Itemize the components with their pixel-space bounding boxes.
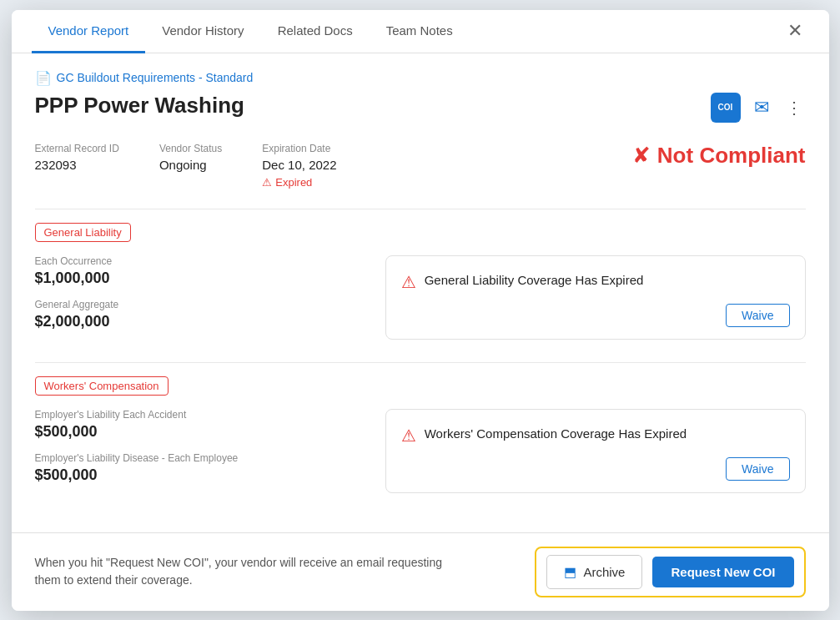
employer-liability-accident-amount: $500,000	[35, 423, 98, 440]
external-record-id-label: External Record ID	[35, 143, 119, 154]
workers-comp-alert-footer: Waive	[401, 457, 790, 481]
x-circle-icon: ✘	[632, 143, 651, 169]
employer-liability-accident-field: Employer's Liability Each Accident $500,…	[35, 409, 359, 441]
vendor-status-value: Ongoing	[159, 158, 207, 172]
employer-liability-disease-field: Employer's Liability Disease - Each Empl…	[35, 452, 359, 484]
meta-row: External Record ID 232093 Vendor Status …	[35, 143, 806, 189]
workers-compensation-section: Workers' Compensation Employer's Liabili…	[35, 376, 806, 496]
expired-label: Expired	[275, 176, 312, 189]
footer-bar: When you hit "Request New COI", your ven…	[12, 532, 829, 611]
workers-compensation-content: Employer's Liability Each Accident $500,…	[35, 409, 806, 496]
more-options-button[interactable]: ⋮	[782, 94, 806, 121]
general-liability-coverage: Each Occurrence $1,000,000 General Aggre…	[35, 255, 359, 342]
tab-team-notes[interactable]: Team Notes	[370, 10, 470, 53]
employer-liability-accident-label: Employer's Liability Each Accident	[35, 409, 359, 421]
workers-compensation-coverage: Employer's Liability Each Accident $500,…	[35, 409, 359, 496]
general-liability-section: General Liability Each Occurrence $1,000…	[35, 223, 806, 342]
mail-button[interactable]: ✉	[751, 93, 772, 122]
each-occurrence-amount: $1,000,000	[35, 270, 110, 286]
general-liability-alert-footer: Waive	[401, 304, 790, 327]
general-aggregate-label: General Aggregate	[35, 299, 359, 310]
breadcrumb: 📄 GC Buildout Requirements - Standard	[35, 70, 806, 86]
archive-button[interactable]: ⬒ Archive	[546, 555, 642, 589]
breadcrumb-text: GC Buildout Requirements - Standard	[57, 71, 254, 84]
divider-1	[35, 209, 806, 209]
workers-comp-alert-box: ⚠ Workers' Compensation Coverage Has Exp…	[385, 409, 806, 493]
modal-body: 📄 GC Buildout Requirements - Standard PP…	[12, 53, 829, 532]
request-new-coi-button[interactable]: Request New COI	[652, 557, 793, 587]
expiration-date-label: Expiration Date	[262, 143, 336, 154]
tab-bar: Vendor Report Vendor History Related Doc…	[12, 10, 829, 53]
employer-liability-disease-label: Employer's Liability Disease - Each Empl…	[35, 452, 359, 464]
vendor-status-label: Vendor Status	[159, 143, 222, 154]
workers-comp-alert-message: Workers' Compensation Coverage Has Expir…	[425, 425, 687, 442]
external-record-id-field: External Record ID 232093	[35, 143, 119, 173]
expiration-date-value: Dec 10, 2022	[262, 158, 336, 172]
bottom-spacer	[35, 516, 806, 532]
workers-comp-alert-header: ⚠ Workers' Compensation Coverage Has Exp…	[401, 425, 790, 446]
general-liability-content: Each Occurrence $1,000,000 General Aggre…	[35, 255, 806, 342]
footer-note: When you hit "Request New COI", your ven…	[35, 554, 452, 589]
coi-button[interactable]: COI	[711, 93, 741, 123]
tab-vendor-history[interactable]: Vendor History	[145, 10, 260, 53]
tab-vendor-report[interactable]: Vendor Report	[32, 10, 146, 53]
expired-badge: ⚠ Expired	[262, 176, 336, 189]
general-liability-alert-message: General Liability Coverage Has Expired	[425, 271, 644, 289]
employer-liability-disease-amount: $500,000	[35, 466, 98, 483]
vendor-status-field: Vendor Status Ongoing	[159, 143, 222, 173]
document-icon: 📄	[35, 70, 52, 86]
external-record-id-value: 232093	[35, 158, 77, 172]
expiration-date-field: Expiration Date Dec 10, 2022 ⚠ Expired	[262, 143, 336, 189]
close-button[interactable]: ✕	[781, 10, 809, 53]
vendor-header: PPP Power Washing COI ✉ ⋮	[35, 93, 806, 123]
warning-icon: ⚠	[262, 176, 272, 189]
each-occurrence-label: Each Occurrence	[35, 255, 359, 267]
header-actions: COI ✉ ⋮	[711, 93, 806, 123]
waive-button-gl[interactable]: Waive	[726, 304, 789, 327]
compliance-status: ✘ Not Compliant	[632, 143, 806, 169]
general-liability-alert-box: ⚠ General Liability Coverage Has Expired…	[385, 255, 806, 340]
general-aggregate-field: General Aggregate $2,000,000	[35, 299, 359, 330]
waive-button-wc[interactable]: Waive	[726, 457, 789, 481]
general-liability-alert-header: ⚠ General Liability Coverage Has Expired	[401, 271, 790, 292]
compliance-status-text: Not Compliant	[657, 143, 806, 169]
general-liability-tag: General Liability	[35, 223, 131, 242]
each-occurrence-field: Each Occurrence $1,000,000	[35, 255, 359, 287]
tab-related-docs[interactable]: Related Docs	[261, 10, 370, 53]
alert-icon-wc: ⚠	[401, 426, 416, 446]
divider-2	[35, 362, 806, 363]
general-aggregate-amount: $2,000,000	[35, 313, 110, 330]
workers-compensation-tag: Workers' Compensation	[35, 376, 169, 396]
footer-actions: ⬒ Archive Request New COI	[535, 547, 805, 597]
vendor-name: PPP Power Washing	[35, 93, 244, 118]
archive-icon: ⬒	[564, 564, 576, 580]
alert-icon-gl: ⚠	[401, 272, 416, 292]
vendor-report-modal: Vendor Report Vendor History Related Doc…	[12, 10, 829, 611]
